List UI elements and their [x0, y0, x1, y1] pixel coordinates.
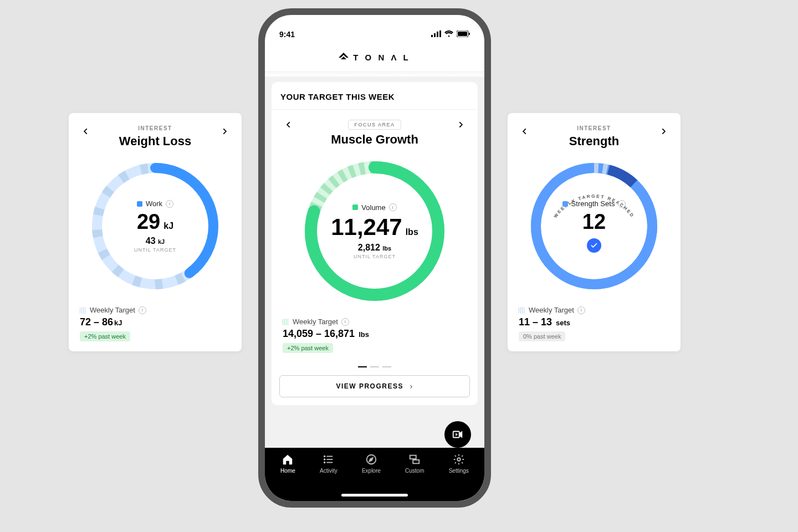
svg-rect-11	[439, 30, 441, 37]
next-button[interactable]	[657, 125, 669, 137]
brand-logo-icon	[339, 53, 349, 62]
nav-settings[interactable]: Settings	[449, 453, 469, 474]
weekly-target-card: YOUR TARGET THIS WEEK FOCUS AREA Muscle …	[272, 82, 478, 405]
phone-frame: 9:41 T O N Λ L YOUR TARGET THIS WEEK FOC…	[258, 8, 491, 508]
battery-icon	[457, 30, 470, 39]
card-title: Strength	[531, 134, 657, 149]
progress-ring: Worki 29kJ 43 kJ UNTIL TARGET	[88, 158, 223, 294]
svg-point-28	[457, 458, 461, 461]
section-title: YOUR TARGET THIS WEEK	[272, 82, 478, 110]
metric-label: Strength Setsi	[562, 200, 626, 208]
change-badge: 0% past week	[519, 331, 565, 341]
svg-rect-10	[437, 32, 438, 37]
check-icon	[587, 238, 601, 253]
card-muscle-growth: FOCUS AREA Muscle Growth Volumei 11,247l…	[272, 110, 478, 357]
svg-point-21	[324, 459, 325, 460]
card-title: Weight Loss	[92, 134, 218, 149]
card-type: INTEREST	[92, 125, 218, 131]
remaining: 43 kJ UNTIL TARGET	[134, 236, 176, 253]
change-badge: +2% past week	[283, 343, 333, 353]
page-indicator	[272, 366, 478, 367]
weekly-target-range: 72 – 86kJ	[80, 316, 231, 328]
weekly-target-range: 14,059 – 16,871 lbs	[283, 328, 467, 340]
svg-rect-8	[431, 35, 433, 37]
next-button[interactable]	[218, 125, 231, 137]
info-icon[interactable]: i	[139, 306, 146, 314]
info-icon[interactable]: i	[166, 200, 173, 208]
card-type: INTEREST	[531, 125, 657, 131]
info-icon[interactable]: i	[618, 200, 626, 208]
weekly-target-label: Weekly Targeti	[519, 306, 669, 314]
cellular-icon	[431, 30, 441, 39]
weekly-target-label: Weekly Targeti	[80, 306, 231, 314]
info-icon[interactable]: i	[389, 203, 397, 211]
status-time: 9:41	[279, 30, 295, 39]
weekly-target-label: Weekly Targeti	[283, 318, 467, 326]
prev-button[interactable]	[283, 119, 295, 131]
svg-point-19	[324, 456, 325, 457]
nav-explore[interactable]: Explore	[362, 453, 381, 474]
video-fab[interactable]	[444, 421, 471, 448]
metric-label: Worki	[137, 200, 173, 208]
brand: T O N Λ L	[265, 47, 484, 76]
change-badge: +2% past week	[80, 331, 130, 341]
progress-ring: WEEKLY TARGET REACHED Strength Setsi 12	[526, 158, 662, 294]
svg-rect-9	[434, 33, 436, 37]
svg-rect-14	[469, 33, 470, 35]
svg-rect-27	[413, 460, 420, 463]
progress-ring: Volumei 11,247lbs 2,812 lbs UNTIL TARGET	[300, 157, 449, 305]
svg-point-23	[324, 462, 325, 463]
bottom-nav: Home Activity Explore Custom Settings	[265, 448, 484, 501]
prev-button[interactable]	[80, 125, 92, 137]
card-type: FOCUS AREA	[348, 120, 401, 130]
weekly-target-range: 11 – 13 sets	[519, 316, 669, 328]
info-icon[interactable]: i	[577, 306, 585, 314]
wifi-icon	[444, 30, 453, 39]
svg-rect-26	[410, 456, 416, 459]
card-weight-loss: INTEREST Weight Loss Worki 29kJ 43 kJ UN…	[69, 113, 242, 351]
card-title: Muscle Growth	[295, 132, 454, 147]
view-progress-button[interactable]: VIEW PROGRESS	[279, 375, 470, 397]
next-button[interactable]	[454, 119, 467, 131]
nav-home[interactable]: Home	[280, 453, 295, 474]
nav-custom[interactable]: Custom	[405, 453, 424, 474]
status-bar: 9:41	[265, 15, 484, 47]
metric-value: 12	[582, 210, 606, 234]
metric-value: 11,247lbs	[331, 214, 418, 241]
metric-label: Volumei	[352, 203, 396, 212]
nav-activity[interactable]: Activity	[320, 453, 337, 474]
home-indicator	[341, 494, 408, 497]
card-strength: INTEREST Strength WEEKLY TARGET REACHED …	[508, 113, 681, 351]
prev-button[interactable]	[519, 125, 531, 137]
remaining: 2,812 lbs UNTIL TARGET	[354, 243, 396, 259]
svg-rect-13	[458, 32, 467, 36]
metric-value: 29kJ	[137, 210, 173, 234]
info-icon[interactable]: i	[341, 318, 349, 326]
